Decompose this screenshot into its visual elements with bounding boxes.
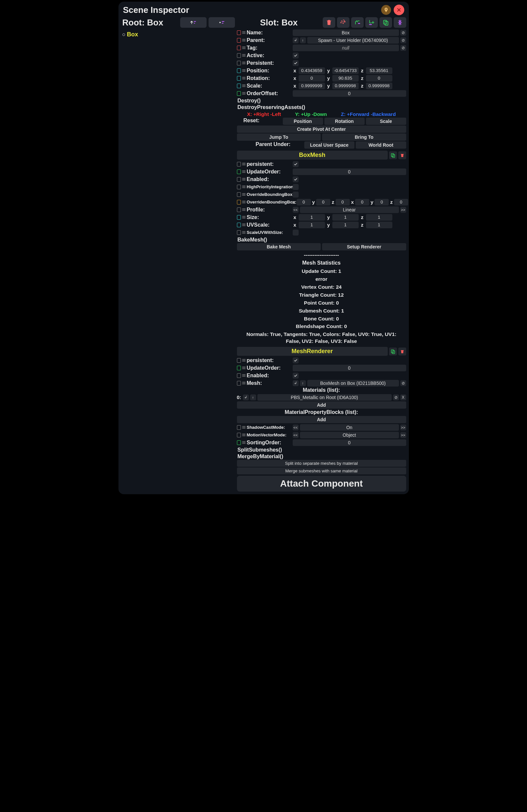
reset-scale-button[interactable]: Scale bbox=[366, 118, 406, 125]
mr-mvmode-prev[interactable]: << bbox=[293, 432, 299, 438]
recycle-button[interactable] bbox=[337, 17, 349, 28]
bm-bake-button[interactable]: Bake Mesh bbox=[237, 243, 321, 250]
mr-mesh-null[interactable]: ⊘ bbox=[400, 380, 406, 386]
reset-rotation-button[interactable]: Rotation bbox=[325, 118, 365, 125]
parentunder-local-button[interactable]: Local User Space bbox=[304, 141, 355, 149]
bm-size-y[interactable] bbox=[332, 214, 359, 221]
mr-shadowcast-prev[interactable]: << bbox=[293, 424, 299, 431]
bm-hpi-checkbox[interactable] bbox=[293, 184, 299, 190]
parent-up-button[interactable]: ↑ bbox=[300, 37, 306, 43]
mr-mpb-add-button[interactable]: Add bbox=[237, 416, 406, 423]
rotation-x-input[interactable] bbox=[299, 75, 325, 82]
bm-obbb-z2[interactable] bbox=[394, 199, 408, 205]
tag-input[interactable] bbox=[293, 45, 399, 51]
nav-focus-button[interactable] bbox=[209, 17, 235, 28]
bm-profile-input[interactable] bbox=[300, 206, 399, 213]
reset-position-button[interactable]: Position bbox=[283, 118, 323, 125]
mr-mat0-up[interactable]: ↑ bbox=[250, 394, 256, 401]
mr-shadowcast-next[interactable]: >> bbox=[400, 424, 406, 431]
bm-uvscale-z[interactable] bbox=[366, 222, 392, 228]
close-button[interactable] bbox=[394, 5, 404, 15]
persistent-checkbox[interactable] bbox=[293, 60, 299, 66]
create-pivot-button[interactable]: Create Pivot At Center bbox=[237, 126, 406, 133]
bm-obbb-x2[interactable] bbox=[355, 199, 369, 205]
parentunder-world-button[interactable]: World Root bbox=[356, 141, 406, 149]
bm-uvscale-y[interactable] bbox=[332, 222, 359, 228]
bm-obbb-z1[interactable] bbox=[336, 199, 350, 205]
pin-button[interactable] bbox=[381, 5, 391, 15]
active-checkbox[interactable] bbox=[293, 53, 299, 58]
mr-mat0-input[interactable] bbox=[257, 394, 392, 401]
destroy-func[interactable]: Destroy() bbox=[237, 98, 406, 104]
mr-persistent-checkbox[interactable] bbox=[293, 358, 299, 363]
mr-updateorder-input[interactable] bbox=[293, 365, 406, 371]
mr-mesh-input[interactable] bbox=[307, 380, 399, 387]
bm-bakemesh-func[interactable]: BakeMesh() bbox=[237, 236, 406, 243]
bm-obbb-x1[interactable] bbox=[297, 199, 311, 205]
mr-mat0-remove[interactable]: X bbox=[400, 394, 406, 401]
meshrend-copy-button[interactable] bbox=[389, 348, 397, 356]
parent-null-button[interactable]: ⊘ bbox=[400, 37, 406, 43]
nav-up-button[interactable] bbox=[180, 17, 207, 28]
bm-profile-prev[interactable]: << bbox=[293, 207, 299, 213]
mr-merge-button[interactable]: Merge submeshes with same material bbox=[237, 467, 406, 474]
compress-button[interactable] bbox=[394, 17, 406, 28]
name-null-button[interactable]: ⊘ bbox=[400, 30, 406, 36]
boxmesh-copy-button[interactable] bbox=[389, 151, 397, 159]
tree-item-box[interactable]: Box bbox=[122, 31, 234, 38]
parent-input[interactable] bbox=[307, 37, 399, 44]
boxmesh-header[interactable]: BoxMesh bbox=[237, 151, 388, 160]
rotation-y-input[interactable] bbox=[332, 75, 359, 82]
bm-uvscale-x[interactable] bbox=[299, 222, 325, 228]
add-child-button[interactable] bbox=[365, 17, 378, 28]
bm-scaleuv-checkbox[interactable] bbox=[293, 230, 299, 235]
bm-obbb-y1[interactable] bbox=[316, 199, 330, 205]
mr-split-button[interactable]: Split into separate meshes by material bbox=[237, 460, 406, 467]
mr-mvmode-next[interactable]: >> bbox=[400, 432, 406, 438]
scale-z-input[interactable] bbox=[366, 83, 392, 89]
position-y-input[interactable] bbox=[332, 68, 359, 74]
mr-enabled-checkbox[interactable] bbox=[293, 373, 299, 379]
tag-null-button[interactable]: ⊘ bbox=[400, 45, 406, 51]
bm-obb-checkbox[interactable] bbox=[293, 192, 299, 198]
bm-persistent-checkbox[interactable] bbox=[293, 161, 299, 167]
delete-button[interactable] bbox=[323, 17, 335, 28]
mr-mesh-back[interactable]: ↲ bbox=[293, 380, 299, 386]
name-input[interactable] bbox=[293, 29, 399, 36]
rotation-z-input[interactable] bbox=[366, 75, 392, 82]
jump-to-button[interactable]: Jump To bbox=[237, 133, 321, 141]
mr-mats-add-button[interactable]: Add bbox=[237, 401, 406, 409]
orderoffset-input[interactable] bbox=[293, 90, 406, 97]
mr-split-func[interactable]: SplitSubmeshes() bbox=[237, 447, 406, 453]
mr-shadowcast-input[interactable] bbox=[300, 424, 399, 431]
mr-mat0-back[interactable]: ↲ bbox=[243, 394, 249, 401]
mr-merge-func[interactable]: MergeByMaterial() bbox=[237, 453, 406, 460]
bm-enabled-checkbox[interactable] bbox=[293, 176, 299, 182]
duplicate-button[interactable] bbox=[379, 17, 392, 28]
field-label-active: Active: bbox=[247, 53, 291, 58]
destroypa-func[interactable]: DestroyPreservingAssets() bbox=[237, 104, 406, 111]
attach-component-button[interactable]: Attach Component bbox=[237, 476, 406, 492]
bm-enabled-label: Enabled: bbox=[247, 176, 291, 182]
bm-profile-next[interactable]: >> bbox=[400, 207, 406, 213]
mr-mat0-null[interactable]: ⊘ bbox=[393, 394, 399, 401]
mr-mvmode-input[interactable] bbox=[300, 432, 399, 438]
mr-mesh-up[interactable]: ↑ bbox=[300, 380, 306, 386]
bm-uvscale-label: UVScale: bbox=[247, 222, 291, 228]
bm-setup-button[interactable]: Setup Renderer bbox=[322, 243, 406, 250]
bring-to-button[interactable]: Bring To bbox=[322, 133, 406, 141]
bm-size-z[interactable] bbox=[366, 214, 392, 221]
bm-size-x[interactable] bbox=[299, 214, 325, 221]
parent-back-button[interactable]: ↲ bbox=[293, 37, 299, 43]
meshrend-header[interactable]: MeshRenderer bbox=[237, 347, 388, 356]
scale-x-input[interactable] bbox=[299, 83, 325, 89]
boxmesh-delete-button[interactable] bbox=[398, 151, 406, 159]
position-z-input[interactable] bbox=[366, 68, 392, 74]
position-x-input[interactable] bbox=[299, 68, 325, 74]
bm-updateorder-input[interactable] bbox=[293, 169, 406, 175]
meshrend-delete-button[interactable] bbox=[398, 348, 406, 356]
move-out-button[interactable] bbox=[351, 17, 364, 28]
mr-sortorder-input[interactable] bbox=[293, 439, 406, 446]
bm-obbb-y2[interactable] bbox=[375, 199, 389, 205]
scale-y-input[interactable] bbox=[332, 83, 359, 89]
